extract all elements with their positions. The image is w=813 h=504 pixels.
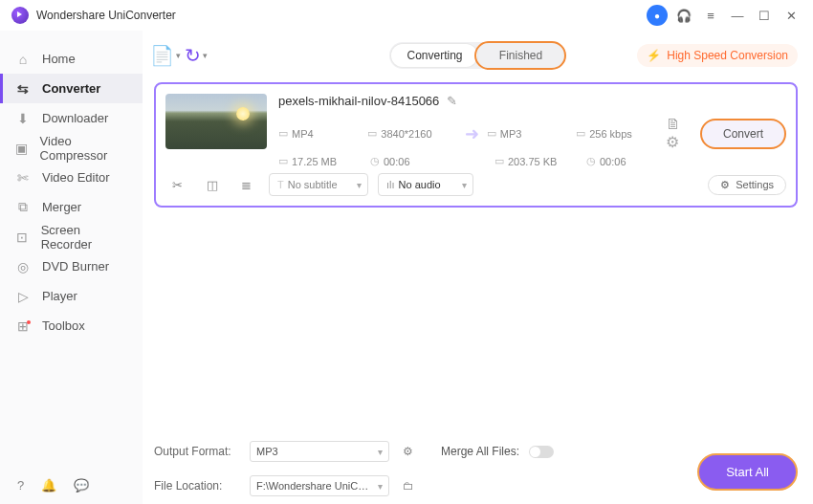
sidebar-item-label: Downloader	[42, 111, 108, 125]
sidebar-item-label: Converter	[42, 81, 100, 96]
src-resolution: 3840*2160	[381, 128, 431, 140]
output-format-select[interactable]: MP3	[250, 441, 389, 462]
file-name: pexels-mikhail-nilov-8415066	[278, 94, 439, 108]
crop-icon[interactable]: ◫	[200, 174, 225, 195]
file-location-label: File Location:	[154, 479, 240, 493]
help-icon[interactable]: ?	[17, 478, 24, 493]
file-name-row: pexels-mikhail-nilov-8415066 ✎	[278, 94, 786, 108]
home-icon: ⌂	[15, 52, 31, 67]
maximize-icon[interactable]: ☐	[754, 5, 775, 26]
meta-row-2: ▭17.25 MB ◷00:06 ▭203.75 KB ◷00:06	[278, 155, 786, 167]
sidebar-item-video-compressor[interactable]: ▣Video Compressor	[0, 133, 143, 163]
dst-duration: 00:06	[600, 156, 626, 167]
bitrate-icon: ▭	[576, 127, 585, 140]
sidebar-item-converter[interactable]: ⇆Converter	[0, 74, 143, 103]
merge-label: Merge All Files:	[441, 445, 519, 458]
audio-select[interactable]: ılıNo audio	[378, 173, 473, 196]
titlebar: Wondershare UniConverter ● 🎧 ≡ — ☐ ✕	[0, 0, 813, 31]
editor-icon: ✄	[15, 170, 31, 186]
output-format-label: Output Format:	[154, 445, 240, 458]
add-file-button[interactable]: 📄▾	[154, 44, 177, 67]
sidebar-item-video-editor[interactable]: ✄Video Editor	[0, 163, 143, 192]
support-icon[interactable]: 🎧	[673, 5, 694, 26]
dst-bitrate: 256 kbps	[589, 128, 632, 140]
convert-button[interactable]: Convert	[700, 119, 786, 149]
film-icon: ▭	[278, 127, 288, 140]
merger-icon: ⧉	[15, 200, 31, 215]
app-title: Wondershare UniConverter	[36, 9, 176, 22]
notification-dot	[27, 320, 31, 324]
topbar: 📄▾ ↻▾ Converting Finished ⚡High Speed Co…	[154, 38, 798, 73]
sidebar-item-label: Home	[42, 52, 76, 66]
bell-icon[interactable]: 🔔	[41, 478, 56, 493]
sidebar-item-label: Video Editor	[42, 170, 110, 185]
sidebar-item-label: Screen Recorder	[41, 223, 127, 252]
compressor-icon: ▣	[15, 141, 29, 156]
dvd-icon: ◎	[15, 259, 31, 274]
menu-icon[interactable]: ≡	[700, 5, 721, 26]
main-panel: 📄▾ ↻▾ Converting Finished ⚡High Speed Co…	[143, 31, 813, 504]
resolution-icon: ▭	[367, 127, 377, 140]
file-location-select[interactable]: F:\Wondershare UniConverter	[250, 475, 389, 496]
open-folder-icon[interactable]: 🗀	[399, 476, 418, 495]
src-size: 17.25 MB	[292, 156, 337, 167]
gear-icon: ⚙	[720, 179, 730, 191]
meta-row: ▭MP4 ▭3840*2160 ➜ ▭MP3 ▭256 kbps 🗎⚙ Conv…	[278, 116, 786, 151]
sidebar-item-merger[interactable]: ⧉Merger	[0, 192, 143, 222]
file-card: pexels-mikhail-nilov-8415066 ✎ ▭MP4 ▭384…	[154, 82, 798, 208]
sidebar-item-label: Toolbox	[42, 318, 85, 333]
dst-size: 203.75 KB	[508, 156, 557, 167]
rename-icon[interactable]: ✎	[447, 94, 457, 108]
sidebar-item-label: Video Compressor	[40, 134, 127, 163]
trim-icon[interactable]: ✂	[165, 174, 190, 195]
audio-icon: ▭	[487, 127, 496, 140]
player-icon: ▷	[15, 289, 31, 304]
sidebar-item-downloader[interactable]: ⬇Downloader	[0, 103, 143, 133]
output-format-settings-icon[interactable]: ⚙	[399, 442, 418, 461]
sidebar-item-toolbox[interactable]: ⊞Toolbox	[0, 311, 143, 340]
tab-finished[interactable]: Finished	[477, 44, 563, 67]
settings-button[interactable]: ⚙Settings	[708, 175, 786, 195]
user-avatar[interactable]: ●	[647, 5, 668, 26]
sidebar-item-screen-recorder[interactable]: ⊡Screen Recorder	[0, 222, 143, 252]
src-duration: 00:06	[384, 156, 410, 167]
arrow-icon: ➜	[465, 123, 479, 144]
app-logo	[11, 7, 29, 24]
sidebar-item-label: Player	[42, 289, 77, 303]
sidebar-item-dvd-burner[interactable]: ◎DVD Burner	[0, 252, 143, 281]
src-format: MP4	[292, 128, 314, 140]
start-all-button[interactable]: Start All	[697, 453, 798, 491]
close-icon[interactable]: ✕	[780, 5, 802, 26]
tabs: Converting Finished	[389, 42, 565, 69]
sidebar-item-label: Merger	[42, 200, 81, 214]
sidebar-bottom: ? 🔔 💬	[0, 467, 143, 504]
sidebar-item-label: DVD Burner	[42, 259, 109, 274]
tab-converting[interactable]: Converting	[391, 44, 477, 67]
converter-icon: ⇆	[15, 81, 31, 97]
add-folder-button[interactable]: ↻▾	[185, 44, 208, 67]
effects-icon[interactable]: ≣	[234, 174, 259, 195]
video-thumbnail[interactable]	[165, 94, 267, 149]
duration-icon: ◷	[370, 155, 380, 167]
merge-toggle[interactable]	[529, 446, 554, 458]
sidebar-item-player[interactable]: ▷Player	[0, 281, 143, 311]
minimize-icon[interactable]: —	[727, 5, 748, 26]
duration-icon: ◷	[586, 155, 596, 167]
bolt-icon: ⚡	[647, 49, 661, 62]
dst-format: MP3	[500, 128, 522, 140]
downloader-icon: ⬇	[15, 111, 31, 126]
sidebar-item-home[interactable]: ⌂Home	[0, 44, 143, 74]
output-settings-icon[interactable]: 🗎⚙	[666, 116, 691, 151]
tools-row: ✂ ◫ ≣ TNo subtitle ılıNo audio ⚙Settings	[165, 173, 786, 196]
subtitle-select[interactable]: TNo subtitle	[269, 173, 368, 196]
size-icon: ▭	[278, 155, 288, 167]
high-speed-conversion-button[interactable]: ⚡High Speed Conversion	[637, 44, 798, 67]
feedback-icon[interactable]: 💬	[74, 478, 89, 493]
sidebar: ⌂Home ⇆Converter ⬇Downloader ▣Video Comp…	[0, 31, 143, 504]
size-icon: ▭	[494, 155, 504, 167]
recorder-icon: ⊡	[15, 230, 30, 245]
